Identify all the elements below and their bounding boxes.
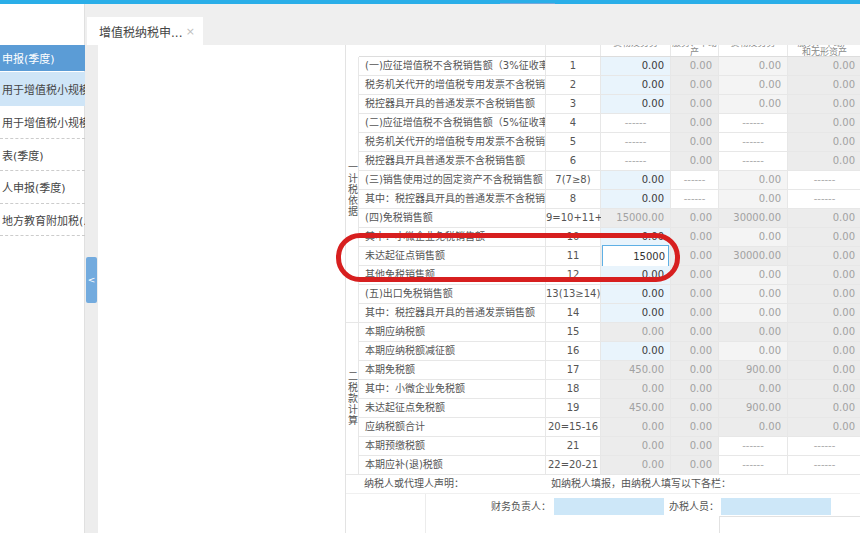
- table-row: 其中：税控器具开具的普通发票不含税销售额80.00------0.00-----…: [359, 190, 860, 209]
- value-input-box[interactable]: 15000: [602, 245, 669, 267]
- table-row: 本期应补(退)税额22=20-210.000.00------------: [359, 456, 860, 475]
- row-code: 1: [546, 57, 601, 75]
- table-row: 其他免税销售额120.000.000.000.00: [359, 266, 860, 285]
- value-cell: 0.00: [788, 133, 860, 151]
- value-cell[interactable]: 0.00: [601, 171, 671, 189]
- row-label: 本期应补(退)税额: [359, 456, 546, 474]
- value-cell: 0.00: [671, 399, 719, 417]
- table-row: (三)销售使用过的固定资产不含税销售额7(7≥8)0.00------0.00-…: [359, 171, 860, 190]
- declaration-row: 纳税人或代理人声明： 如纳税人填报，由纳税人填写以下各栏：: [346, 475, 860, 494]
- table-row: 本期免税额17450.000.00900.000.00: [359, 361, 860, 380]
- table-header-row: 货物及劳务 服务、不动产 和无形资产 货物及劳务 服务、不动产 和无形资产: [359, 45, 860, 57]
- value-cell: 0.00: [788, 361, 860, 379]
- row-label: 应纳税额合计: [359, 418, 546, 436]
- value-cell: 30000.00: [719, 247, 788, 265]
- tab-vat-declaration[interactable]: 增值税纳税申... ×: [87, 17, 203, 45]
- value-cell: 0.00: [719, 323, 788, 341]
- table-row: 税控器具开具普通发票不含税销售额6------0.00------0.00: [359, 152, 860, 171]
- row-label: 未达起征点销售额: [359, 247, 546, 265]
- sidebar-item-small-scale-vat-2[interactable]: 用于增值税小规模...: [0, 106, 85, 139]
- value-cell[interactable]: 0.00: [601, 57, 671, 75]
- value-cell: 0.00: [788, 114, 860, 132]
- row-code: 14: [546, 304, 601, 322]
- value-cell: 0.00: [788, 266, 860, 284]
- declaration-left-text: 纳税人或代理人声明：: [364, 475, 464, 493]
- header-goods-ytd: 货物及劳务: [719, 45, 788, 56]
- sidebar-item-declaration-quarter[interactable]: 申报(季度): [0, 45, 85, 71]
- row-code: 19: [546, 399, 601, 417]
- value-cell: ------: [788, 456, 860, 474]
- value-cell: ------: [671, 190, 719, 208]
- value-cell[interactable]: 0.00: [601, 342, 671, 360]
- row-label: 本期应纳税额减征额: [359, 342, 546, 360]
- value-cell[interactable]: 0.00: [601, 76, 671, 94]
- focused-value-input-cell[interactable]: 15000: [601, 247, 671, 265]
- value-cell: 0.00: [671, 114, 719, 132]
- sidebar-collapse-handle[interactable]: <: [86, 257, 97, 303]
- value-cell: 0.00: [671, 304, 719, 322]
- value-cell: ------: [788, 437, 860, 455]
- value-cell: 0.00: [671, 228, 719, 246]
- table-row: 未达起征点免税额19450.000.00900.000.00: [359, 399, 860, 418]
- table-row: 应纳税额合计20=15-160.000.000.000.00: [359, 418, 860, 437]
- section-label-tax-basis: 一计税依据: [346, 57, 359, 323]
- vat-declaration-table: 货物及劳务 服务、不动产 和无形资产 货物及劳务 服务、不动产 和无形资产 一计…: [345, 45, 860, 533]
- table-row: 其中：小微企业免税额180.000.000.000.00: [359, 380, 860, 399]
- row-label: 其他免税销售额: [359, 266, 546, 284]
- row-code: 8: [546, 190, 601, 208]
- row-label: (一)应征增值税不含税销售额（3%征收率）: [359, 57, 546, 75]
- value-cell: ------: [719, 114, 788, 132]
- row-label: 税务机关代开的增值税专用发票不含税销售额: [359, 76, 546, 94]
- row-code: 18: [546, 380, 601, 398]
- value-cell: 0.00: [788, 342, 860, 360]
- value-cell: 0.00: [671, 209, 719, 227]
- value-cell: 0.00: [601, 418, 671, 436]
- row-label: 其中：税控器具开具的普通发票销售额: [359, 304, 546, 322]
- value-cell: 0.00: [719, 57, 788, 75]
- value-cell: 0.00: [671, 285, 719, 303]
- row-code: 20=15-16: [546, 418, 601, 436]
- value-cell: 0.00: [671, 380, 719, 398]
- value-cell: 0.00: [719, 171, 788, 189]
- value-cell[interactable]: 0.00: [601, 228, 671, 246]
- signature-divider: [425, 494, 426, 533]
- table-row: 税控器具开具的普通发票不含税销售额30.000.000.000.00: [359, 95, 860, 114]
- value-cell: ------: [719, 133, 788, 151]
- value-cell[interactable]: 0.00: [601, 95, 671, 113]
- value-cell: ------: [719, 456, 788, 474]
- value-cell: ------: [788, 190, 860, 208]
- table-row: (二)应征增值税不含税销售额（5%征收率）4------0.00------0.…: [359, 114, 860, 133]
- value-cell: ------: [601, 133, 671, 151]
- row-label: 税务机关代开的增值税专用发票不含税销售额: [359, 133, 546, 151]
- tax-agent-input[interactable]: [721, 498, 831, 515]
- value-cell[interactable]: 0.00: [601, 285, 671, 303]
- value-cell: ------: [601, 114, 671, 132]
- sidebar-menu: 申报(季度) 用于增值税小规模... 用于增值税小规模... 表(季度) 人申报…: [0, 4, 85, 533]
- value-cell: 0.00: [719, 380, 788, 398]
- sidebar-item-small-scale-vat-1[interactable]: 用于增值税小规模...: [0, 72, 85, 106]
- value-cell[interactable]: 0.00: [601, 304, 671, 322]
- value-cell: 0.00: [788, 285, 860, 303]
- row-code: 2: [546, 76, 601, 94]
- value-cell: 30000.00: [719, 209, 788, 227]
- value-cell: 0.00: [671, 247, 719, 265]
- extra-input-box[interactable]: [719, 516, 860, 533]
- value-cell[interactable]: 0.00: [601, 190, 671, 208]
- value-cell: 0.00: [788, 95, 860, 113]
- row-code: 17: [546, 361, 601, 379]
- sidebar-item-person-declaration[interactable]: 人申报(季度): [0, 171, 85, 204]
- value-cell: 0.00: [788, 380, 860, 398]
- row-label: (三)销售使用过的固定资产不含税销售额: [359, 171, 546, 189]
- sidebar-item-local-education-surtax[interactable]: 地方教育附加税(...: [0, 204, 85, 236]
- row-code: 22=20-21: [546, 456, 601, 474]
- header-services-current: 服务、不动产 和无形资产: [671, 45, 719, 56]
- value-cell: 0.00: [719, 228, 788, 246]
- value-cell: 0.00: [601, 437, 671, 455]
- close-icon[interactable]: ×: [186, 25, 195, 38]
- value-cell: 0.00: [788, 57, 860, 75]
- sidebar-item-form-quarter[interactable]: 表(季度): [0, 139, 85, 171]
- value-cell: ------: [671, 171, 719, 189]
- row-code: 21: [546, 437, 601, 455]
- value-cell[interactable]: 0.00: [601, 266, 671, 284]
- value-cell: 0.00: [719, 76, 788, 94]
